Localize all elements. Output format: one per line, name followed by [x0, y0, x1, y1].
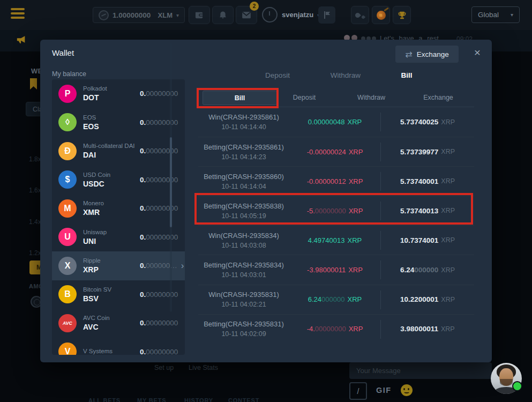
transaction-time: 10-11 04:02:09 [221, 330, 266, 338]
user-menu[interactable]: svenjatzu▾ [282, 11, 320, 19]
coin-row[interactable]: Ð Multi-collateral DAI DAI 0.00000000 [52, 137, 185, 166]
transaction-amount: -3.98000011XRP [289, 255, 380, 284]
coin-ticker: XRP [83, 265, 140, 274]
transaction-balance: 5.73739977XRP [381, 137, 474, 166]
coin-name: Multi-collateral DAI [83, 143, 140, 149]
multiplier-label: 1.4x [29, 218, 41, 226]
transaction-label: Betting(CRASH-2935861) [204, 143, 284, 151]
balance-selector[interactable]: 1.00000000 XLM ▾ [93, 7, 185, 23]
transaction-desc: Win(CRASH-2935861) 10-11 04:14:40 [198, 107, 289, 137]
scrollbar-thumb[interactable] [170, 137, 172, 227]
megaphone-icon [16, 34, 27, 44]
tab-bill[interactable]: Bill [380, 71, 433, 79]
region-selector[interactable]: Global ▾ [471, 6, 520, 23]
transaction-row: Win(CRASH-2935861) 10-11 04:14:40 0.0000… [198, 107, 474, 137]
subtab-exchange[interactable]: Exchange [411, 94, 465, 101]
mail-badge: 2 [250, 2, 259, 11]
tab-all-bets[interactable]: ALL BETS [88, 397, 121, 402]
coin-icon: AVC [58, 314, 77, 332]
balance-currency: XLM [158, 11, 173, 19]
fireball-icon: B [377, 11, 386, 20]
coin-meta: Uniswap UNI [83, 229, 140, 245]
tab-my-bets[interactable]: MY BETS [137, 397, 166, 402]
coin-ticker: XMR [83, 208, 140, 217]
subtab-deposit[interactable]: Deposit [278, 94, 331, 101]
exchange-label: Exchange [417, 50, 449, 58]
transaction-amount: -4.00000000XRP [289, 315, 380, 344]
coin-meta: Multi-collateral DAI DAI [83, 143, 140, 159]
coin-meta: USD Coin USDC [83, 172, 140, 188]
coin-meta: Monero XMR [83, 200, 140, 217]
setup-button[interactable]: Set up [154, 364, 174, 371]
coin-ticker: DOT [83, 93, 140, 102]
swap-arrows-icon: ⇄ [405, 49, 412, 59]
online-status-dot [512, 381, 522, 391]
coin-name: AVC Coin [83, 315, 140, 321]
coin-meta: AVC Coin AVC [83, 315, 140, 331]
chevron-down-icon: ▾ [176, 12, 179, 18]
coin-icon: P [58, 85, 77, 103]
slash-command-button[interactable]: / [349, 382, 367, 400]
fireball-button[interactable]: B [372, 6, 390, 24]
coin-icon: Ð [58, 142, 77, 160]
live-stats-button[interactable]: Live Stats [189, 364, 218, 371]
transaction-time: 10-11 04:03:08 [221, 242, 266, 249]
coin-row[interactable]: U Uniswap UNI 0.00000000 [52, 223, 185, 252]
transaction-time: 10-11 04:14:04 [221, 183, 266, 190]
transaction-time: 10-11 04:02:21 [221, 301, 266, 308]
modal-title: Wallet [52, 48, 74, 57]
transaction-row: Win(CRASH-2935831) 10-11 04:02:21 6.2400… [198, 285, 474, 314]
bookmark-icon [30, 78, 37, 90]
transaction-balance: 5.73740025XRP [381, 107, 474, 137]
transaction-row: Betting(CRASH-2935834) 10-11 04:03:01 -3… [198, 255, 474, 284]
user-avatar-icon[interactable] [262, 7, 278, 23]
top-bar: 1.00000000 XLM ▾ 2 svenjatzu▾ B [0, 0, 532, 30]
coin-balance: 0.00000000 [140, 90, 178, 98]
hamburger-menu-icon[interactable] [11, 8, 25, 21]
notifications-button[interactable] [212, 6, 234, 24]
coin-row[interactable]: V V Systems 0.00000000 [52, 338, 185, 355]
coin-row[interactable]: ◊ EOS EOS 0.00000000 [52, 108, 185, 137]
emoji-picker-button[interactable] [401, 384, 413, 396]
transaction-time: 10-11 04:14:23 [221, 153, 266, 161]
coin-meta: Bitcoin SV BSV [83, 286, 140, 303]
tab-deposit[interactable]: Deposit [251, 71, 304, 79]
coin-row[interactable]: B Bitcoin SV BSV 0.00000000 [52, 280, 185, 309]
coin-name: Monero [83, 200, 140, 206]
contest-button[interactable] [393, 6, 411, 24]
tab-history[interactable]: HISTORY [184, 397, 213, 402]
coin-row[interactable]: AVC AVC Coin AVC 0.00000000 [52, 309, 185, 338]
tab-contest[interactable]: CONTEST [228, 397, 259, 402]
transaction-amount: 0.00000048XRP [289, 107, 380, 137]
subtab-withdraw[interactable]: Withdraw [344, 94, 398, 101]
transaction-balance: 5.73740001XRP [381, 167, 474, 196]
close-icon[interactable]: × [470, 46, 484, 59]
coin-ticker: BSV [83, 294, 140, 303]
transaction-balance: 10.2200001XRP [381, 285, 474, 314]
rain-button[interactable] [351, 6, 369, 24]
coin-balance: 0.00000000 [140, 176, 178, 184]
trophy-icon [398, 11, 407, 20]
coin-name: Uniswap [83, 229, 140, 235]
coin-name: V Systems [83, 348, 140, 354]
coin-row[interactable]: P Polkadot DOT 0.00000000 [52, 79, 185, 108]
transaction-desc: Betting(CRASH-2935861) 10-11 04:14:23 [198, 137, 289, 166]
coin-ticker: EOS [83, 122, 140, 131]
wallet-button[interactable] [189, 6, 210, 24]
mail-icon [242, 11, 251, 19]
chat-message-input[interactable] [349, 362, 492, 379]
multiplier-label: 1.2x [29, 249, 41, 257]
avatar-beard [500, 379, 513, 386]
exchange-button[interactable]: ⇄ Exchange [395, 46, 459, 63]
gif-button[interactable]: GIF [376, 386, 392, 394]
feedback-button[interactable] [318, 6, 335, 24]
chevron-right-icon: › [181, 261, 184, 270]
multiplier-label: 1.6x [29, 187, 41, 194]
coin-row[interactable]: X Ripple XRP 0.000000… › [52, 251, 185, 280]
tab-withdraw[interactable]: Withdraw [319, 71, 372, 79]
transaction-balance: 6.24000000XRP [381, 255, 474, 284]
coin-meta: EOS EOS [83, 114, 140, 131]
coin-row[interactable]: M Monero XMR 0.00000000 [52, 194, 185, 223]
bell-icon [219, 11, 227, 20]
coin-row[interactable]: $ USD Coin USDC 0.00000000 [52, 166, 185, 195]
